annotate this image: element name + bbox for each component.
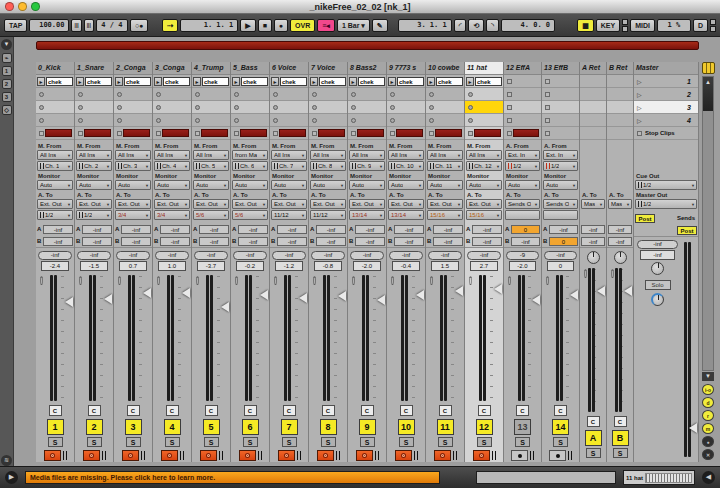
volume-value[interactable]: 1.5 xyxy=(431,261,459,271)
clip-stop-square[interactable] xyxy=(195,131,200,136)
peak-level-display[interactable]: -inf xyxy=(389,251,422,260)
pan-value[interactable]: C xyxy=(478,405,491,416)
preview-volume-knob[interactable] xyxy=(651,293,664,306)
clip-slot[interactable] xyxy=(231,101,269,114)
input-channel-chooser[interactable]: 1/2▼ xyxy=(543,161,578,171)
clip-stop-square[interactable] xyxy=(312,131,317,136)
show-info-view-button[interactable]: ▶ xyxy=(5,471,18,484)
monitor-chooser[interactable]: Auto▼ xyxy=(427,180,463,190)
clip-slot[interactable] xyxy=(607,75,633,88)
clip-name[interactable]: chek xyxy=(124,77,151,86)
output-channel-chooser[interactable]: 5/6▼ xyxy=(193,210,229,220)
send-b-value[interactable]: 0 xyxy=(549,237,578,246)
clip-launch-icon[interactable]: ▸ xyxy=(466,77,474,86)
input-channel-chooser[interactable]: Ch. 11▼ xyxy=(427,161,463,171)
fader-handle[interactable] xyxy=(455,286,463,296)
clip-stop-icon[interactable] xyxy=(351,92,356,97)
track-activator-button[interactable]: 9 xyxy=(359,419,376,435)
output-type-chooser[interactable]: Mas▼ xyxy=(608,199,632,209)
red-clip[interactable] xyxy=(123,129,150,137)
track-activator-button[interactable]: 14 xyxy=(552,419,569,435)
peak-level-display[interactable]: -inf xyxy=(467,251,500,260)
red-clip[interactable] xyxy=(45,129,72,137)
nudge-up-button[interactable]: ||| xyxy=(84,19,94,32)
quantization-menu[interactable]: 1 Bar ▾ xyxy=(337,19,370,32)
monitor-chooser[interactable]: Auto▼ xyxy=(232,180,268,190)
arm-button[interactable] xyxy=(161,450,178,461)
clip-slot[interactable] xyxy=(542,114,579,127)
input-type-chooser[interactable]: All Ins▼ xyxy=(271,150,307,160)
clip-stop-square[interactable] xyxy=(507,131,512,136)
input-type-chooser[interactable]: All Ins▼ xyxy=(115,150,151,160)
clip-slot[interactable] xyxy=(348,88,386,101)
record-button[interactable]: ● xyxy=(274,19,288,32)
send-a-value[interactable]: -inf xyxy=(316,225,346,234)
key-map-arrows[interactable] xyxy=(622,19,628,32)
clip-stop-icon[interactable] xyxy=(39,92,44,97)
clip-stop-row[interactable] xyxy=(309,127,347,140)
clip-slot[interactable] xyxy=(153,88,191,101)
volume-fader[interactable] xyxy=(349,273,385,403)
clip-name[interactable]: chek xyxy=(436,77,463,86)
clip-stop-icon[interactable] xyxy=(312,105,317,110)
send-a-value[interactable]: -inf xyxy=(160,225,190,234)
track-title[interactable]: A Ret xyxy=(580,62,606,75)
clip-slot[interactable] xyxy=(607,114,633,127)
input-type-chooser[interactable]: Ext. In▼ xyxy=(543,150,578,160)
track-title[interactable]: 5_Bass xyxy=(231,62,269,75)
solo-button[interactable]: S xyxy=(126,437,141,447)
clip-name[interactable]: chek xyxy=(85,77,112,86)
clip-stop-icon[interactable] xyxy=(273,118,278,123)
red-clip[interactable] xyxy=(474,129,501,137)
fader-handle[interactable] xyxy=(65,297,73,307)
arm-button[interactable] xyxy=(83,450,100,461)
input-channel-chooser[interactable]: Ch. 12▼ xyxy=(466,161,502,171)
clip-launch-icon[interactable]: ▸ xyxy=(193,77,201,86)
tap-tempo-button[interactable]: TAP xyxy=(4,19,27,32)
clip-stop-icon[interactable] xyxy=(117,92,122,97)
peak-level-display[interactable]: -inf xyxy=(194,251,227,260)
clip-slot[interactable] xyxy=(504,101,541,114)
input-channel-chooser[interactable]: Ch. 10▼ xyxy=(388,161,424,171)
stop-clips-row[interactable]: Stop Clips xyxy=(634,127,698,140)
clip-name[interactable]: chek xyxy=(475,77,502,86)
solo-button[interactable]: S xyxy=(87,437,102,447)
track-title[interactable]: 2_Conga xyxy=(114,62,152,75)
punch-in-position-display[interactable]: 3. 1. 1 xyxy=(398,19,452,32)
track-activator-button[interactable]: 1 xyxy=(47,419,64,435)
send-b-value[interactable]: -inf xyxy=(433,237,463,246)
send-a-value[interactable]: -inf xyxy=(238,225,268,234)
show-io-button[interactable]: i-o xyxy=(702,384,714,395)
overview-red-bar[interactable] xyxy=(36,41,699,50)
send-a-value[interactable]: -inf xyxy=(43,225,73,234)
fader-handle[interactable] xyxy=(299,293,307,303)
pan-value[interactable]: C xyxy=(88,405,101,416)
pan-value[interactable]: C xyxy=(587,416,600,427)
track-title[interactable]: 0_Kick xyxy=(36,62,74,75)
clip-stop-icon[interactable] xyxy=(156,92,161,97)
clip-slot[interactable]: ▸chek xyxy=(426,75,464,88)
stop-clips-square[interactable] xyxy=(637,131,642,136)
solo-button[interactable]: S xyxy=(399,437,414,447)
clip-stop-square[interactable] xyxy=(545,92,550,97)
volume-value[interactable]: 0.7 xyxy=(119,261,147,271)
clip-slot[interactable] xyxy=(192,101,230,114)
clip-stop-icon[interactable] xyxy=(195,118,200,123)
clip-stop-square[interactable] xyxy=(390,131,395,136)
output-channel-chooser[interactable] xyxy=(543,210,578,220)
clip-slot[interactable] xyxy=(270,114,308,127)
volume-value[interactable]: -0.4 xyxy=(392,261,420,271)
input-channel-chooser[interactable]: Ch. 3▼ xyxy=(115,161,151,171)
solo-button[interactable]: S xyxy=(553,437,568,447)
pan-value[interactable]: C xyxy=(516,405,529,416)
solo-button[interactable]: S xyxy=(165,437,180,447)
volume-value[interactable]: -1.2 xyxy=(275,261,303,271)
clip-stop-row[interactable] xyxy=(580,127,606,140)
track-title[interactable]: 12 EffA xyxy=(504,62,541,75)
clip-slot[interactable] xyxy=(465,88,503,101)
clip-stop-row[interactable] xyxy=(607,127,633,140)
volume-value[interactable]: 0 xyxy=(547,261,574,271)
volume-value[interactable]: -0.8 xyxy=(314,261,342,271)
clip-stop-square[interactable] xyxy=(507,79,512,84)
clip-slot[interactable] xyxy=(580,114,606,127)
